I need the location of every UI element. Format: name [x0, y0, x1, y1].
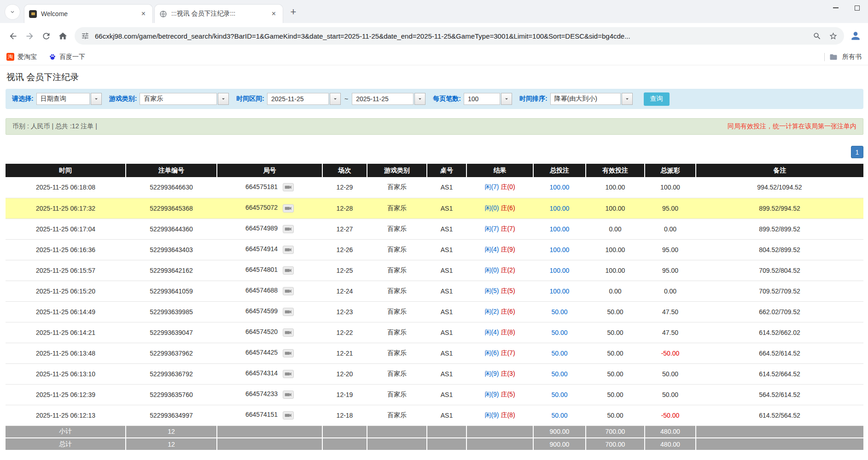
total-bet-link[interactable]: 100.00 [550, 184, 570, 191]
total-bet-link[interactable]: 100.00 [550, 225, 570, 233]
new-tab-button[interactable]: + [286, 5, 300, 19]
zoom-icon[interactable] [813, 32, 821, 40]
url-text[interactable]: 66cxkj98.com/game/betrecord_search/kind3… [95, 32, 807, 40]
date-mode-select[interactable]: 日期查询 [36, 93, 102, 105]
video-replay-icon[interactable] [283, 287, 294, 295]
chevron-down-icon[interactable] [91, 93, 102, 105]
total-bet-link[interactable]: 100.00 [550, 246, 570, 253]
filter-label: 每页笔数: [433, 95, 461, 103]
cell-note: 614.52/664.52 [696, 363, 863, 384]
address-bar[interactable]: 66cxkj98.com/game/betrecord_search/kind3… [75, 27, 844, 45]
bookmarks-right: 所有书 [824, 53, 862, 61]
page-button-1[interactable]: 1 [851, 146, 863, 158]
cell-total-bet: 50.00 [533, 301, 586, 322]
tab-welcome[interactable]: Welcome × [24, 4, 153, 23]
all-bookmarks-label[interactable]: 所有书 [842, 53, 862, 61]
minimize-icon [833, 7, 839, 8]
cell-table: AS1 [427, 177, 466, 198]
combo-value: 2025-11-25 [352, 93, 414, 105]
video-replay-icon[interactable] [283, 328, 294, 337]
subtotal-count: 12 [126, 426, 217, 438]
cell-session: 12-23 [322, 301, 367, 322]
cell-game: 百家乐 [367, 281, 427, 301]
cell-payout: 0.00 [645, 281, 696, 301]
combo-value: 百家乐 [140, 93, 217, 105]
cell-round: 664574801 [217, 260, 322, 281]
video-replay-icon[interactable] [283, 204, 294, 213]
cell-table: AS1 [427, 260, 466, 281]
cell-note: 709.52/709.52 [696, 281, 863, 301]
cell-payout: -50.00 [645, 343, 696, 363]
tab-close-icon[interactable]: × [269, 10, 278, 18]
site-info-icon[interactable] [81, 32, 89, 40]
currency-summary: 币别 : 人民币 | 总共 :12 注单 | [12, 122, 97, 131]
cell-session: 12-26 [322, 239, 367, 260]
chevron-down-icon[interactable] [622, 93, 633, 105]
result-player: 闲(0) [484, 204, 499, 212]
total-bet-link[interactable]: 50.00 [551, 370, 567, 378]
round-number: 664574989 [245, 224, 278, 232]
profile-button[interactable] [848, 28, 863, 44]
tab-close-icon[interactable]: × [139, 10, 148, 18]
round-number: 664575072 [245, 204, 278, 211]
reload-button[interactable] [38, 28, 54, 44]
cell-result: 闲(0) 庄(6) [466, 198, 533, 218]
window-controls [825, 0, 868, 16]
cell-note: 994.52/1094.52 [696, 177, 863, 198]
video-replay-icon[interactable] [283, 391, 294, 399]
maximize-button[interactable] [846, 0, 868, 16]
bookmark-baidu[interactable]: 百度一下 [49, 53, 85, 61]
date-end-select[interactable]: 2025-11-25 [352, 93, 425, 105]
tab-search-button[interactable] [5, 4, 20, 20]
chevron-down-icon[interactable] [414, 93, 425, 105]
video-replay-icon[interactable] [283, 349, 294, 357]
video-replay-icon[interactable] [283, 183, 294, 191]
search-button[interactable]: 查询 [644, 92, 670, 106]
video-replay-icon[interactable] [283, 308, 294, 316]
chevron-down-icon[interactable] [501, 93, 512, 105]
game-type-select[interactable]: 百家乐 [140, 93, 229, 105]
column-header: 时间 [6, 164, 126, 177]
home-button[interactable] [54, 28, 71, 44]
cell-game: 百家乐 [367, 322, 427, 343]
empty-cell [367, 426, 427, 438]
total-bet-link[interactable]: 100.00 [550, 267, 570, 274]
video-replay-icon[interactable] [283, 370, 294, 378]
total-payout: 480.00 [645, 438, 696, 450]
date-start-select[interactable]: 2025-11-25 [267, 93, 341, 105]
chevron-down-icon[interactable] [330, 93, 341, 105]
cell-table: AS1 [427, 322, 466, 343]
table-row: 2025-11-25 06:16:36522993643403664574914… [6, 239, 863, 260]
total-bet-link[interactable]: 50.00 [551, 308, 567, 316]
cell-round: 664574688 [217, 281, 322, 301]
total-valid-bet: 700.00 [586, 438, 645, 450]
bookmark-star-icon[interactable] [829, 32, 838, 40]
result-player: 闲(5) [484, 287, 499, 294]
cell-session: 12-28 [322, 198, 367, 218]
total-bet-link[interactable]: 50.00 [551, 350, 567, 357]
total-bet-link[interactable]: 100.00 [550, 288, 570, 295]
sort-select[interactable]: 降幂(由大到小) [550, 93, 633, 105]
bookmark-taobao[interactable]: 淘 爱淘宝 [6, 53, 37, 61]
video-replay-icon[interactable] [283, 266, 294, 275]
video-replay-icon[interactable] [283, 225, 294, 233]
total-bet-link[interactable]: 100.00 [550, 205, 570, 212]
bet-records-table: 时间注单编号局号场次游戏类别桌号结果总投注有效投注总派彩备注 2025-11-2… [6, 164, 863, 451]
total-bet-link[interactable]: 50.00 [551, 329, 567, 336]
minimize-button[interactable] [825, 0, 846, 16]
video-replay-icon[interactable] [283, 246, 294, 254]
cell-bet-id: 522993634997 [126, 405, 217, 426]
back-button[interactable] [5, 28, 21, 44]
result-banker: 庄(7) [501, 225, 515, 232]
table-row: 2025-11-25 06:12:13522993634997664574151… [6, 405, 863, 426]
result-banker: 庄(6) [501, 308, 515, 315]
forward-button[interactable] [21, 28, 38, 44]
total-bet-link[interactable]: 50.00 [551, 391, 567, 398]
chevron-down-icon[interactable] [218, 93, 229, 105]
tab-betrecord-active[interactable]: :::视讯 会员下注纪录::: × [154, 4, 283, 23]
cell-payout: 50.00 [645, 384, 696, 405]
per-page-select[interactable]: 100 [464, 93, 512, 105]
total-bet-link[interactable]: 50.00 [551, 412, 567, 419]
cell-note: 614.52/564.52 [696, 405, 863, 426]
video-replay-icon[interactable] [283, 411, 294, 420]
